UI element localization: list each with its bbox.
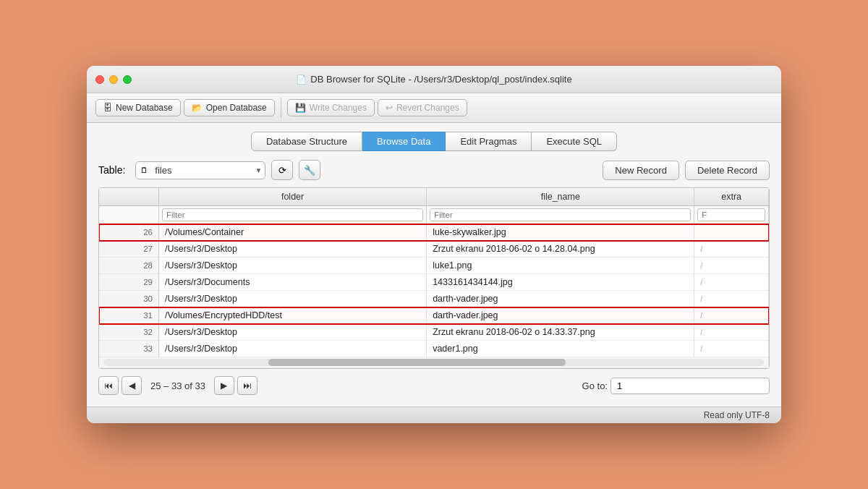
row-number: 30 xyxy=(99,291,158,307)
data-table-wrapper: folder file_name extra xyxy=(98,187,770,369)
filter-icon: 🔧 xyxy=(304,165,315,176)
page-range: 25 – 33 of 33 xyxy=(145,380,211,391)
folder-column-header[interactable]: folder xyxy=(158,188,426,206)
extra-filter-cell xyxy=(694,206,769,224)
prev-page-button[interactable]: ◀ xyxy=(122,376,142,395)
folder-cell: /Users/r3/Desktop xyxy=(158,258,426,274)
filename-cell: darth-vader.jpeg xyxy=(427,307,694,324)
tab-browse-data[interactable]: Browse Data xyxy=(362,132,446,151)
extra-cell xyxy=(694,224,769,241)
status-text: Read only UTF-8 xyxy=(704,410,770,420)
filename-filter-input[interactable] xyxy=(430,208,691,221)
goto-input[interactable] xyxy=(610,378,770,394)
table-bar: Table: 🗒 files ▼ ⟳ 🔧 New Record Delete R… xyxy=(98,160,770,180)
titlebar: 📄 DB Browser for SQLite - /Users/r3/Desk… xyxy=(87,66,781,93)
table-row[interactable]: 30 /Users/r3/Desktop darth-vader.jpeg / xyxy=(99,291,769,307)
extra-filter-input[interactable] xyxy=(697,208,765,221)
table-row[interactable]: 28 /Users/r3/Desktop luke1.png / xyxy=(99,258,769,274)
table-row[interactable]: 27 /Users/r3/Desktop Zrzut ekranu 2018-0… xyxy=(99,241,769,258)
write-changes-button[interactable]: 💾 Write Changes xyxy=(287,99,375,116)
filename-filter-cell xyxy=(427,206,694,224)
row-number: 33 xyxy=(99,341,158,357)
tab-bar: Database Structure Browse Data Edit Prag… xyxy=(98,132,770,151)
extra-cell: / xyxy=(694,274,769,291)
open-database-button[interactable]: 📂 Open Database xyxy=(184,99,275,116)
folder-cell: /Users/r3/Desktop xyxy=(158,324,426,341)
table-row[interactable]: 32 /Users/r3/Desktop Zrzut ekranu 2018-0… xyxy=(99,324,769,341)
write-icon: 💾 xyxy=(295,103,306,113)
table-row[interactable]: 29 /Users/r3/Documents 1433161434144.jpg… xyxy=(99,274,769,291)
folder-filter-input[interactable] xyxy=(162,208,423,221)
content-area: Database Structure Browse Data Edit Prag… xyxy=(87,123,781,407)
row-number: 28 xyxy=(99,258,158,274)
extra-cell: / xyxy=(694,341,769,357)
scrollbar-row xyxy=(99,357,769,368)
row-num-header xyxy=(99,188,158,206)
new-database-button[interactable]: 🗄 New Database xyxy=(95,99,181,116)
toolbar-separator xyxy=(281,98,281,118)
row-number: 27 xyxy=(99,241,158,258)
tab-execute-sql[interactable]: Execute SQL xyxy=(532,132,617,151)
table-row[interactable]: 26 /Volumes/Container luke-skywalker.jpg xyxy=(99,224,769,241)
filename-cell: Zrzut ekranu 2018-06-02 o 14.33.37.png xyxy=(427,324,694,341)
main-window: 📄 DB Browser for SQLite - /Users/r3/Desk… xyxy=(87,66,781,423)
last-page-button[interactable]: ⏭ xyxy=(237,376,258,395)
filename-cell: luke1.png xyxy=(427,258,694,274)
folder-filter-cell xyxy=(158,206,426,224)
minimize-button[interactable] xyxy=(109,75,118,84)
folder-cell: /Volumes/Container xyxy=(158,224,426,241)
open-database-icon: 📂 xyxy=(192,103,203,113)
delete-record-button[interactable]: Delete Record xyxy=(685,161,770,180)
table-row[interactable]: 31 /Volumes/EncryptedHDD/test darth-vade… xyxy=(99,307,769,324)
folder-cell: /Users/r3/Desktop xyxy=(158,241,426,258)
folder-cell: /Users/r3/Desktop xyxy=(158,291,426,307)
revert-icon: ↩ xyxy=(386,103,393,113)
extra-cell: / xyxy=(694,307,769,324)
folder-cell: /Users/r3/Desktop xyxy=(158,341,426,357)
document-icon: 📄 xyxy=(296,75,307,85)
new-record-button[interactable]: New Record xyxy=(603,161,679,180)
extra-cell: / xyxy=(694,324,769,341)
row-number: 29 xyxy=(99,274,158,291)
filename-cell: luke-skywalker.jpg xyxy=(427,224,694,241)
folder-cell: /Volumes/EncryptedHDD/test xyxy=(158,307,426,324)
pagination: ⏮ ◀ 25 – 33 of 33 ▶ ⏭ Go to: xyxy=(98,369,770,398)
filename-cell: darth-vader.jpeg xyxy=(427,291,694,307)
table-label: Table: xyxy=(98,164,125,176)
filter-row xyxy=(99,206,769,224)
traffic-lights xyxy=(95,75,132,84)
filename-cell: 1433161434144.jpg xyxy=(427,274,694,291)
refresh-icon: ⟳ xyxy=(278,165,286,176)
extra-cell: / xyxy=(694,258,769,274)
table-header-row: folder file_name extra xyxy=(99,188,769,206)
row-number: 31 xyxy=(99,307,158,324)
table-body: 26 /Volumes/Container luke-skywalker.jpg… xyxy=(99,224,769,368)
extra-column-header[interactable]: extra xyxy=(694,188,769,206)
extra-cell: / xyxy=(694,241,769,258)
table-select[interactable]: files xyxy=(135,161,265,179)
filename-cell: Zrzut ekranu 2018-06-02 o 14.28.04.png xyxy=(427,241,694,258)
tab-database-structure[interactable]: Database Structure xyxy=(251,132,362,151)
goto-label: Go to: xyxy=(582,380,608,391)
revert-changes-button[interactable]: ↩ Revert Changes xyxy=(378,99,467,116)
folder-cell: /Users/r3/Documents xyxy=(158,274,426,291)
filename-column-header[interactable]: file_name xyxy=(427,188,694,206)
toolbar: 🗄 New Database 📂 Open Database 💾 Write C… xyxy=(87,93,781,123)
row-number: 26 xyxy=(99,224,158,241)
refresh-button[interactable]: ⟳ xyxy=(271,160,293,180)
statusbar: Read only UTF-8 xyxy=(87,407,781,423)
filter-button[interactable]: 🔧 xyxy=(299,160,320,180)
tab-edit-pragmas[interactable]: Edit Pragmas xyxy=(446,132,532,151)
close-button[interactable] xyxy=(95,75,104,84)
row-number: 32 xyxy=(99,324,158,341)
first-page-button[interactable]: ⏮ xyxy=(98,376,119,395)
filename-cell: vader1.png xyxy=(427,341,694,357)
new-database-icon: 🗄 xyxy=(103,103,112,113)
table-select-wrapper: 🗒 files ▼ xyxy=(135,161,265,179)
table-row[interactable]: 33 /Users/r3/Desktop vader1.png / xyxy=(99,341,769,357)
extra-cell: / xyxy=(694,291,769,307)
filter-empty xyxy=(99,206,158,224)
next-page-button[interactable]: ▶ xyxy=(214,376,234,395)
maximize-button[interactable] xyxy=(123,75,132,84)
window-title: 📄 DB Browser for SQLite - /Users/r3/Desk… xyxy=(296,74,571,85)
